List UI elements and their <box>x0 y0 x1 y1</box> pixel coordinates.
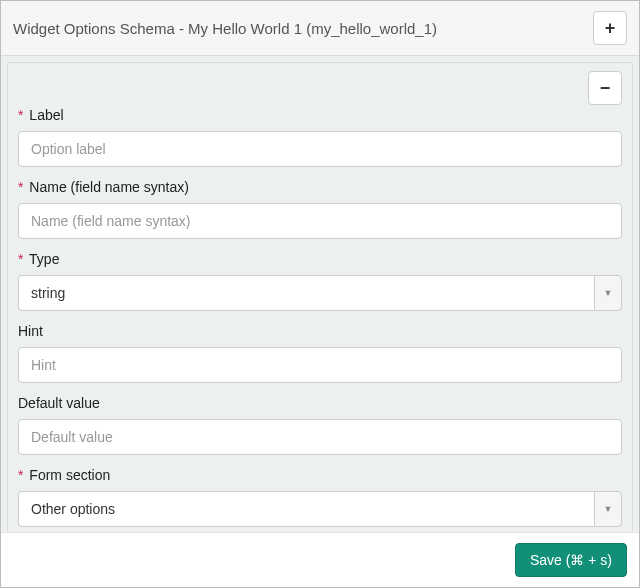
field-form-section-label: * Form section <box>18 467 622 483</box>
default-value-input[interactable] <box>18 419 622 455</box>
widget-options-schema-panel: Widget Options Schema - My Hello World 1… <box>1 1 639 587</box>
label-text: Name (field name syntax) <box>29 179 189 195</box>
required-icon: * <box>18 467 23 483</box>
option-block: − * Label * Name (field name syntax) <box>7 62 633 532</box>
required-icon: * <box>18 179 23 195</box>
form-section-select[interactable]: Other options ▼ <box>18 491 622 527</box>
label-text: Hint <box>18 323 43 339</box>
minus-icon: − <box>600 78 611 99</box>
label-text: Default value <box>18 395 100 411</box>
panel-title: Widget Options Schema - My Hello World 1… <box>13 20 437 37</box>
field-hint-group: Hint <box>18 323 622 383</box>
save-button[interactable]: Save (⌘ + s) <box>515 543 627 577</box>
field-type-group: * Type string ▼ <box>18 251 622 311</box>
field-default-label: Default value <box>18 395 622 411</box>
field-hint-label: Hint <box>18 323 622 339</box>
form-section-select-value: Other options <box>18 491 594 527</box>
label-text: Type <box>29 251 59 267</box>
panel-body: − * Label * Name (field name syntax) <box>1 56 639 532</box>
field-name-label: * Name (field name syntax) <box>18 179 622 195</box>
field-label-label: * Label <box>18 107 622 123</box>
add-option-button[interactable]: + <box>593 11 627 45</box>
type-select[interactable]: string ▼ <box>18 275 622 311</box>
field-label-group: * Label <box>18 107 622 167</box>
label-text: Label <box>29 107 63 123</box>
required-icon: * <box>18 107 23 123</box>
option-block-actions: − <box>18 71 622 105</box>
label-text: Form section <box>29 467 110 483</box>
hint-input[interactable] <box>18 347 622 383</box>
field-form-section-group: * Form section Other options ▼ <box>18 467 622 527</box>
field-default-group: Default value <box>18 395 622 455</box>
required-icon: * <box>18 251 23 267</box>
field-type-label: * Type <box>18 251 622 267</box>
panel-header: Widget Options Schema - My Hello World 1… <box>1 1 639 56</box>
chevron-down-icon: ▼ <box>594 491 622 527</box>
plus-icon: + <box>605 18 616 39</box>
field-name-group: * Name (field name syntax) <box>18 179 622 239</box>
remove-option-button[interactable]: − <box>588 71 622 105</box>
name-input[interactable] <box>18 203 622 239</box>
label-input[interactable] <box>18 131 622 167</box>
panel-footer: Save (⌘ + s) <box>1 532 639 587</box>
type-select-value: string <box>18 275 594 311</box>
chevron-down-icon: ▼ <box>594 275 622 311</box>
